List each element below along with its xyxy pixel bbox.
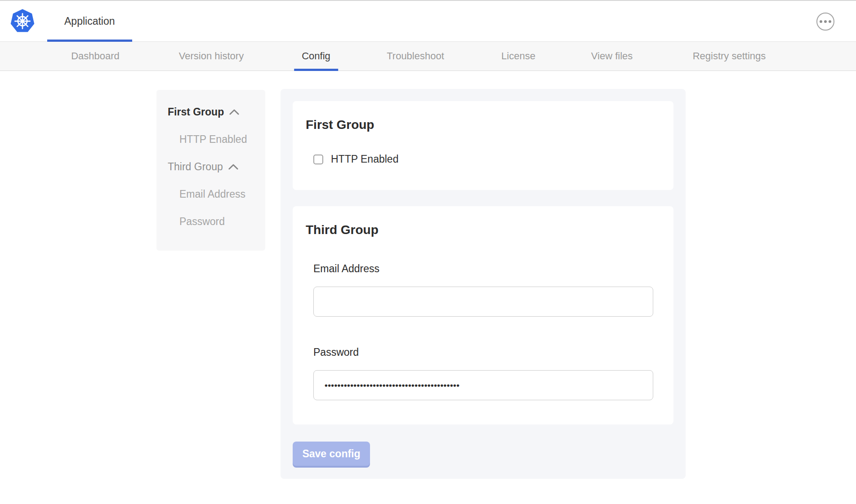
tab-version-history[interactable]: Version history <box>171 42 251 71</box>
group-card-first-group: First Group HTTP Enabled <box>293 101 673 190</box>
field-label: Email Address <box>313 263 660 275</box>
sidebar-item-label: Password <box>179 216 225 228</box>
field-label: Password <box>313 346 660 358</box>
http-enabled-checkbox[interactable] <box>313 155 323 164</box>
ellipsis-icon <box>824 20 827 23</box>
more-options-button[interactable] <box>816 13 834 31</box>
group-title: First Group <box>306 117 660 133</box>
chevron-up-icon <box>228 164 238 170</box>
password-field: Password <box>313 346 660 400</box>
sidebar-item-password[interactable]: Password <box>156 208 265 235</box>
tab-config[interactable]: Config <box>294 42 338 71</box>
sidebar-item-email-address[interactable]: Email Address <box>156 181 265 208</box>
tab-license[interactable]: License <box>494 42 543 71</box>
tab-troubleshoot[interactable]: Troubleshoot <box>379 42 452 71</box>
app-title: Application <box>64 15 115 27</box>
save-config-button[interactable]: Save config <box>293 442 370 466</box>
email-address-field: Email Address <box>313 263 660 317</box>
ellipsis-icon <box>820 20 822 23</box>
sidebar-item-first-group[interactable]: First Group <box>156 98 265 126</box>
config-sidebar: First Group HTTP Enabled Third Group Ema… <box>156 90 265 251</box>
tab-registry-settings[interactable]: Registry settings <box>685 42 774 71</box>
sidebar-item-label: Third Group <box>168 161 223 173</box>
chevron-up-icon <box>229 109 239 115</box>
http-enabled-checkbox-row[interactable]: HTTP Enabled <box>313 153 660 165</box>
group-card-third-group: Third Group Email Address Password <box>293 206 673 424</box>
checkbox-label: HTTP Enabled <box>331 153 398 165</box>
tab-view-files[interactable]: View files <box>584 42 641 71</box>
config-page: First Group HTTP Enabled Third Group Ema… <box>0 71 856 504</box>
config-nav: Dashboard Version history Config Trouble… <box>0 42 856 71</box>
sidebar-item-third-group[interactable]: Third Group <box>156 153 265 181</box>
email-address-input[interactable] <box>313 287 653 317</box>
ellipsis-icon <box>829 20 831 23</box>
kubernetes-logo <box>10 8 35 33</box>
group-title: Third Group <box>306 222 660 238</box>
sidebar-item-http-enabled[interactable]: HTTP Enabled <box>156 126 265 153</box>
password-input[interactable] <box>313 370 653 400</box>
sidebar-item-label: HTTP Enabled <box>179 133 247 146</box>
tab-dashboard[interactable]: Dashboard <box>63 42 127 71</box>
app-header: Application <box>0 0 856 42</box>
sidebar-item-label: First Group <box>168 106 224 118</box>
tab-application[interactable]: Application <box>47 1 132 41</box>
config-panel: First Group HTTP Enabled Third Group Ema… <box>281 89 686 479</box>
sidebar-item-label: Email Address <box>179 188 245 200</box>
